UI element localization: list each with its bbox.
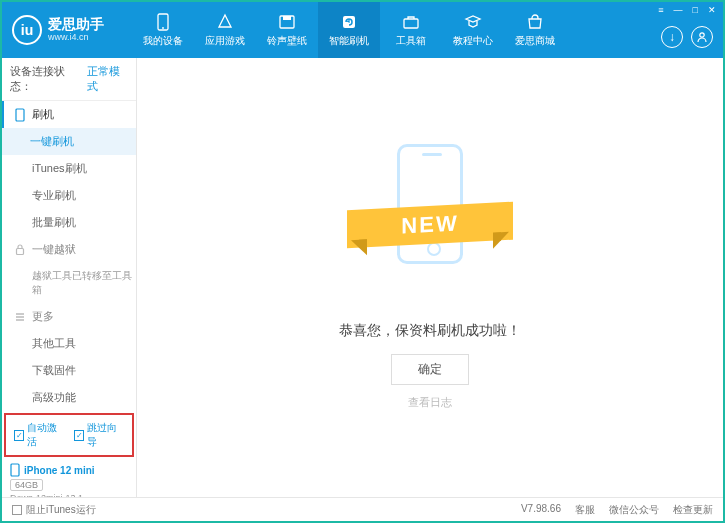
svg-point-1: [162, 27, 164, 29]
nav-store[interactable]: 爱思商城: [504, 2, 566, 58]
device-phone-icon: [10, 463, 20, 477]
customer-service-link[interactable]: 客服: [575, 503, 595, 517]
svg-rect-9: [11, 464, 19, 476]
jailbreak-note: 越狱工具已转移至工具箱: [30, 263, 136, 303]
new-ribbon: NEW: [347, 201, 513, 248]
sidebar-item-oneclick-flash[interactable]: 一键刷机: [2, 128, 136, 155]
svg-rect-5: [404, 19, 418, 28]
nav-tutorials[interactable]: 教程中心: [442, 2, 504, 58]
flash-icon: [340, 13, 358, 31]
more-icon: [14, 311, 26, 323]
svg-rect-8: [17, 249, 24, 255]
menu-button[interactable]: ≡: [655, 4, 666, 16]
storage-badge: 64GB: [10, 479, 43, 491]
sidebar-item-itunes-flash[interactable]: iTunes刷机: [30, 155, 136, 182]
logo-icon: iu: [12, 15, 42, 45]
wallpaper-icon: [278, 13, 296, 31]
checkbox-skip-guide[interactable]: ✓跳过向导: [74, 421, 124, 449]
ok-button[interactable]: 确定: [391, 354, 469, 385]
nav-flash[interactable]: 智能刷机: [318, 2, 380, 58]
store-icon: [526, 13, 544, 31]
nav-label: 我的设备: [143, 34, 183, 48]
phone-icon: [14, 108, 26, 122]
nav-ringtones[interactable]: 铃声壁纸: [256, 2, 318, 58]
close-button[interactable]: ✕: [705, 4, 719, 16]
svg-point-6: [700, 33, 704, 37]
section-flash[interactable]: 刷机: [2, 101, 136, 128]
lock-icon: [14, 243, 26, 256]
nav-label: 智能刷机: [329, 34, 369, 48]
sidebar-item-batch-flash[interactable]: 批量刷机: [30, 209, 136, 236]
sidebar-item-pro-flash[interactable]: 专业刷机: [30, 182, 136, 209]
sidebar-item-advanced[interactable]: 高级功能: [30, 384, 136, 411]
wechat-link[interactable]: 微信公众号: [609, 503, 659, 517]
checkbox-block-itunes[interactable]: 阻止iTunes运行: [12, 503, 96, 517]
user-icon[interactable]: [691, 26, 713, 48]
device-name[interactable]: iPhone 12 mini: [10, 463, 128, 477]
window-controls: ≡ — □ ✕: [655, 4, 719, 16]
tutorial-icon: [464, 13, 482, 31]
device-icon: [154, 13, 172, 31]
download-icon[interactable]: ↓: [661, 26, 683, 48]
connection-status: 设备连接状态： 正常模式: [2, 58, 136, 101]
logo: iu 爱思助手 www.i4.cn: [12, 15, 132, 45]
app-title: 爱思助手: [48, 17, 104, 32]
main-content: NEW 恭喜您，保资料刷机成功啦！ 确定 查看日志: [137, 58, 723, 497]
options-row: ✓自动激活 ✓跳过向导: [4, 413, 134, 457]
checkbox-auto-activate[interactable]: ✓自动激活: [14, 421, 64, 449]
sidebar-item-other-tools[interactable]: 其他工具: [30, 330, 136, 357]
minimize-button[interactable]: —: [671, 4, 686, 16]
version-label: V7.98.66: [521, 503, 561, 517]
nav-toolbox[interactable]: 工具箱: [380, 2, 442, 58]
app-header: iu 爱思助手 www.i4.cn 我的设备 应用游戏 铃声壁纸 智能刷机: [2, 2, 723, 58]
section-more[interactable]: 更多: [2, 303, 136, 330]
sidebar: 设备连接状态： 正常模式 刷机 一键刷机 iTunes刷机 专业刷机 批量刷机 …: [2, 58, 137, 497]
toolbox-icon: [402, 13, 420, 31]
main-nav: 我的设备 应用游戏 铃声壁纸 智能刷机 工具箱 教程中心: [132, 2, 566, 58]
nav-label: 应用游戏: [205, 34, 245, 48]
phone-graphic-icon: [397, 144, 463, 264]
nav-label: 教程中心: [453, 34, 493, 48]
section-jailbreak[interactable]: 一键越狱: [2, 236, 136, 263]
success-illustration: NEW: [355, 126, 505, 296]
nav-apps[interactable]: 应用游戏: [194, 2, 256, 58]
maximize-button[interactable]: □: [690, 4, 701, 16]
nav-label: 爱思商城: [515, 34, 555, 48]
check-update-link[interactable]: 检查更新: [673, 503, 713, 517]
nav-label: 铃声壁纸: [267, 34, 307, 48]
svg-rect-3: [283, 16, 291, 20]
app-url: www.i4.cn: [48, 33, 104, 43]
connection-mode: 正常模式: [87, 64, 128, 94]
device-info: iPhone 12 mini 64GB Down-12mini-13,1: [2, 459, 136, 497]
success-message: 恭喜您，保资料刷机成功啦！: [339, 322, 521, 340]
status-bar: 阻止iTunes运行 V7.98.66 客服 微信公众号 检查更新: [2, 497, 723, 521]
sidebar-item-download-firmware[interactable]: 下载固件: [30, 357, 136, 384]
nav-label: 工具箱: [396, 34, 426, 48]
view-log-link[interactable]: 查看日志: [408, 395, 452, 410]
nav-my-device[interactable]: 我的设备: [132, 2, 194, 58]
svg-rect-7: [16, 109, 24, 121]
apps-icon: [216, 13, 234, 31]
